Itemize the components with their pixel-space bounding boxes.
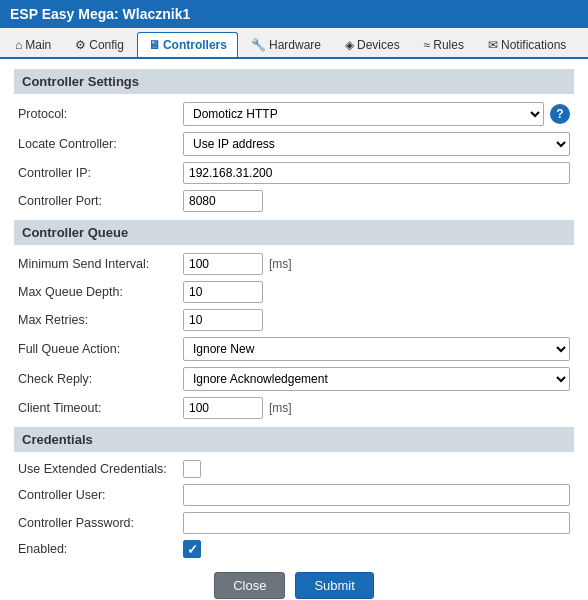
extended-creds-row: Use Extended Credentials: bbox=[14, 460, 574, 478]
min-interval-row: Minimum Send Interval: [ms] bbox=[14, 253, 574, 275]
hardware-icon: 🔧 bbox=[251, 38, 266, 52]
config-icon: ⚙ bbox=[75, 38, 86, 52]
tab-main-label: Main bbox=[25, 38, 51, 52]
password-label: Controller Password: bbox=[18, 516, 183, 530]
section-credentials-header: Credentials bbox=[14, 427, 574, 452]
app-title: ESP Easy Mega: Wlacznik1 bbox=[10, 6, 190, 22]
extended-creds-label: Use Extended Credentials: bbox=[18, 462, 183, 476]
enabled-checkbox[interactable] bbox=[183, 540, 201, 558]
max-retries-input[interactable] bbox=[183, 309, 263, 331]
max-retries-control bbox=[183, 309, 570, 331]
devices-icon: ◈ bbox=[345, 38, 354, 52]
protocol-select[interactable]: Domoticz HTTP Domoticz MQTT Home Assista… bbox=[183, 102, 544, 126]
check-reply-select[interactable]: Ignore Acknowledgement Check Acknowledge… bbox=[183, 367, 570, 391]
client-timeout-control: [ms] bbox=[183, 397, 570, 419]
tab-devices-label: Devices bbox=[357, 38, 400, 52]
tab-tools[interactable]: ✂ Tools bbox=[579, 32, 588, 57]
enabled-row: Enabled: bbox=[14, 540, 574, 558]
main-icon: ⌂ bbox=[15, 38, 22, 52]
protocol-control: Domoticz HTTP Domoticz MQTT Home Assista… bbox=[183, 102, 570, 126]
locate-control: Use IP address Use hostname bbox=[183, 132, 570, 156]
tab-hardware-label: Hardware bbox=[269, 38, 321, 52]
max-depth-control bbox=[183, 281, 570, 303]
locate-row: Locate Controller: Use IP address Use ho… bbox=[14, 132, 574, 156]
protocol-label: Protocol: bbox=[18, 107, 183, 121]
password-control bbox=[183, 512, 570, 534]
port-control bbox=[183, 190, 570, 212]
tab-rules[interactable]: ≈ Rules bbox=[413, 32, 475, 57]
extended-creds-control bbox=[183, 460, 570, 478]
check-reply-row: Check Reply: Ignore Acknowledgement Chec… bbox=[14, 367, 574, 391]
check-reply-control: Ignore Acknowledgement Check Acknowledge… bbox=[183, 367, 570, 391]
client-timeout-label: Client Timeout: bbox=[18, 401, 183, 415]
tab-notifications[interactable]: ✉ Notifications bbox=[477, 32, 577, 57]
min-interval-unit: [ms] bbox=[269, 257, 292, 271]
nav-tabs: ⌂ Main ⚙ Config 🖥 Controllers 🔧 Hardware… bbox=[0, 28, 588, 59]
user-control bbox=[183, 484, 570, 506]
tab-controllers-label: Controllers bbox=[163, 38, 227, 52]
close-button[interactable]: Close bbox=[214, 572, 285, 599]
protocol-select-wrapper: Domoticz HTTP Domoticz MQTT Home Assista… bbox=[183, 102, 570, 126]
controllers-icon: 🖥 bbox=[148, 38, 160, 52]
enabled-label: Enabled: bbox=[18, 542, 183, 556]
port-input[interactable] bbox=[183, 190, 263, 212]
content-area: Controller Settings Protocol: Domoticz H… bbox=[0, 59, 588, 600]
full-queue-select[interactable]: Ignore New Delete Oldest bbox=[183, 337, 570, 361]
tab-main[interactable]: ⌂ Main bbox=[4, 32, 62, 57]
client-timeout-input-group: [ms] bbox=[183, 397, 570, 419]
min-interval-input[interactable] bbox=[183, 253, 263, 275]
max-depth-row: Max Queue Depth: bbox=[14, 281, 574, 303]
tab-devices[interactable]: ◈ Devices bbox=[334, 32, 411, 57]
section-controller-settings-header: Controller Settings bbox=[14, 69, 574, 94]
full-queue-row: Full Queue Action: Ignore New Delete Old… bbox=[14, 337, 574, 361]
max-depth-label: Max Queue Depth: bbox=[18, 285, 183, 299]
min-interval-input-group: [ms] bbox=[183, 253, 570, 275]
extended-creds-checkbox[interactable] bbox=[183, 460, 201, 478]
user-label: Controller User: bbox=[18, 488, 183, 502]
max-retries-row: Max Retries: bbox=[14, 309, 574, 331]
tab-config[interactable]: ⚙ Config bbox=[64, 32, 135, 57]
section-queue-header: Controller Queue bbox=[14, 220, 574, 245]
max-depth-input[interactable] bbox=[183, 281, 263, 303]
password-row: Controller Password: bbox=[14, 512, 574, 534]
tab-config-label: Config bbox=[89, 38, 124, 52]
tab-hardware[interactable]: 🔧 Hardware bbox=[240, 32, 332, 57]
port-row: Controller Port: bbox=[14, 190, 574, 212]
enabled-control bbox=[183, 540, 570, 558]
tab-notifications-label: Notifications bbox=[501, 38, 566, 52]
ip-label: Controller IP: bbox=[18, 166, 183, 180]
protocol-row: Protocol: Domoticz HTTP Domoticz MQTT Ho… bbox=[14, 102, 574, 126]
min-interval-label: Minimum Send Interval: bbox=[18, 257, 183, 271]
tab-controllers[interactable]: 🖥 Controllers bbox=[137, 32, 238, 57]
port-label: Controller Port: bbox=[18, 194, 183, 208]
submit-button[interactable]: Submit bbox=[295, 572, 373, 599]
ip-input[interactable] bbox=[183, 162, 570, 184]
full-queue-control: Ignore New Delete Oldest bbox=[183, 337, 570, 361]
client-timeout-unit: [ms] bbox=[269, 401, 292, 415]
max-retries-label: Max Retries: bbox=[18, 313, 183, 327]
tab-rules-label: Rules bbox=[433, 38, 464, 52]
notifications-icon: ✉ bbox=[488, 38, 498, 52]
title-bar: ESP Easy Mega: Wlacznik1 bbox=[0, 0, 588, 28]
client-timeout-row: Client Timeout: [ms] bbox=[14, 397, 574, 419]
rules-icon: ≈ bbox=[424, 38, 431, 52]
check-reply-label: Check Reply: bbox=[18, 372, 183, 386]
user-row: Controller User: bbox=[14, 484, 574, 506]
ip-row: Controller IP: bbox=[14, 162, 574, 184]
protocol-help-button[interactable]: ? bbox=[550, 104, 570, 124]
bottom-buttons: Close Submit bbox=[14, 572, 574, 600]
min-interval-control: [ms] bbox=[183, 253, 570, 275]
full-queue-label: Full Queue Action: bbox=[18, 342, 183, 356]
ip-control bbox=[183, 162, 570, 184]
client-timeout-input[interactable] bbox=[183, 397, 263, 419]
password-input[interactable] bbox=[183, 512, 570, 534]
user-input[interactable] bbox=[183, 484, 570, 506]
locate-label: Locate Controller: bbox=[18, 137, 183, 151]
locate-select[interactable]: Use IP address Use hostname bbox=[183, 132, 570, 156]
